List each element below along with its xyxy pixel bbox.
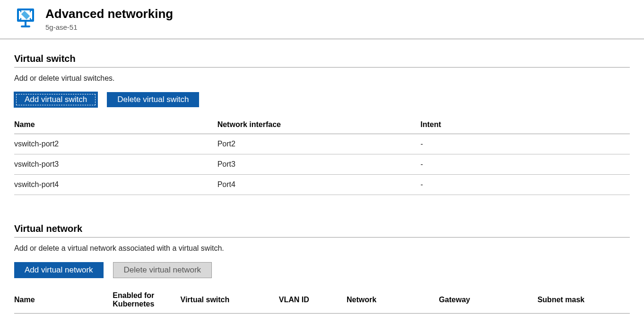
page-title: Advanced networking — [45, 7, 173, 21]
column-header-enabled-kubernetes[interactable]: Enabled for Kubernetes — [113, 287, 180, 314]
column-header-gateway[interactable]: Gateway — [439, 287, 537, 314]
table-row[interactable]: vswitch-port2 Port2 - — [14, 134, 630, 154]
page-header: Advanced networking 5g-ase-51 — [0, 0, 644, 39]
virtual-network-table: Name Enabled for Kubernetes Virtual swit… — [14, 287, 630, 314]
cell-interface: Port4 — [218, 175, 421, 195]
cell-name: vswitch-port3 — [14, 154, 218, 175]
virtual-network-heading: Virtual network — [14, 223, 630, 238]
svg-rect-4 — [21, 26, 30, 27]
page-subtitle: 5g-ase-51 — [45, 23, 173, 31]
column-header-network[interactable]: Network — [347, 287, 439, 314]
column-header-intent[interactable]: Intent — [420, 116, 630, 134]
virtual-switch-table: Name Network interface Intent vswitch-po… — [14, 116, 630, 195]
virtual-network-description: Add or delete a virtual network associat… — [14, 244, 630, 253]
column-header-vlan-id[interactable]: VLAN ID — [279, 287, 347, 314]
column-header-virtual-switch[interactable]: Virtual switch — [181, 287, 279, 314]
networking-icon — [14, 7, 37, 29]
column-header-name[interactable]: Name — [14, 287, 113, 314]
virtual-switch-heading: Virtual switch — [14, 53, 630, 68]
cell-intent: - — [420, 134, 630, 154]
virtual-switch-section: Virtual switch Add or delete virtual swi… — [14, 53, 630, 195]
cell-name: vswitch-port4 — [14, 175, 218, 195]
column-header-subnet-mask[interactable]: Subnet mask — [538, 287, 630, 314]
table-row[interactable]: vswitch-port4 Port4 - — [14, 175, 630, 195]
column-header-name[interactable]: Name — [14, 116, 218, 134]
svg-rect-3 — [25, 22, 26, 26]
cell-intent: - — [420, 154, 630, 175]
cell-interface: Port3 — [218, 154, 421, 175]
cell-interface: Port2 — [218, 134, 421, 154]
column-header-network-interface[interactable]: Network interface — [218, 116, 421, 134]
virtual-network-section: Virtual network Add or delete a virtual … — [14, 223, 630, 314]
cell-name: vswitch-port2 — [14, 134, 218, 154]
virtual-switch-description: Add or delete virtual switches. — [14, 74, 630, 83]
table-row[interactable]: vswitch-port3 Port3 - — [14, 154, 630, 175]
delete-virtual-switch-button[interactable]: Delete virtual switch — [107, 92, 199, 107]
delete-virtual-network-button: Delete virtual network — [113, 262, 212, 278]
cell-intent: - — [420, 175, 630, 195]
add-virtual-switch-button[interactable]: Add virtual switch — [14, 92, 97, 107]
add-virtual-network-button[interactable]: Add virtual network — [14, 262, 104, 278]
